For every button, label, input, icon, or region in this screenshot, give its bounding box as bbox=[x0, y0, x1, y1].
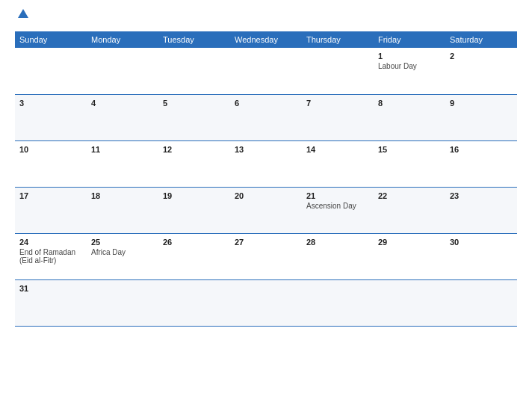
day-number: 22 bbox=[378, 191, 441, 200]
event-label: End of Ramadan (Eid al-Fitr) bbox=[19, 248, 82, 265]
calendar-day-cell: 11 bbox=[87, 140, 158, 187]
day-number: 25 bbox=[91, 238, 154, 247]
day-number: 19 bbox=[163, 191, 226, 200]
calendar-week-row: 31 bbox=[15, 279, 517, 326]
day-of-week-header: Sunday bbox=[15, 31, 87, 48]
calendar-day-cell bbox=[158, 279, 230, 326]
day-number: 9 bbox=[450, 99, 513, 108]
calendar-day-cell: 23 bbox=[445, 187, 517, 233]
calendar-day-cell: 27 bbox=[230, 233, 302, 279]
calendar-day-cell: 7 bbox=[302, 94, 374, 140]
calendar-day-cell: 25Africa Day bbox=[87, 233, 158, 279]
calendar-day-cell: 13 bbox=[230, 140, 302, 187]
calendar-day-cell bbox=[87, 279, 158, 326]
calendar-day-cell: 31 bbox=[15, 279, 87, 326]
calendar-day-cell: 10 bbox=[15, 140, 87, 187]
day-number: 12 bbox=[163, 145, 226, 154]
calendar-day-cell bbox=[302, 48, 374, 94]
day-number: 30 bbox=[450, 238, 513, 247]
calendar-day-cell: 28 bbox=[302, 233, 374, 279]
day-number: 26 bbox=[163, 238, 226, 247]
day-number: 23 bbox=[450, 191, 513, 200]
calendar-day-cell bbox=[374, 279, 445, 326]
calendar-day-cell bbox=[87, 48, 158, 94]
day-number: 28 bbox=[306, 238, 369, 247]
day-of-week-header: Friday bbox=[374, 31, 445, 48]
day-number: 24 bbox=[19, 238, 82, 247]
calendar-day-cell: 18 bbox=[87, 187, 158, 233]
day-number: 16 bbox=[450, 145, 513, 154]
calendar-day-cell bbox=[302, 279, 374, 326]
day-number: 27 bbox=[235, 238, 297, 247]
event-label: Ascension Day bbox=[306, 202, 369, 210]
day-number: 20 bbox=[235, 191, 297, 200]
calendar-day-cell: 22 bbox=[374, 187, 445, 233]
day-number: 2 bbox=[450, 52, 513, 61]
calendar-day-cell: 29 bbox=[374, 233, 445, 279]
day-number: 7 bbox=[306, 99, 369, 108]
calendar-day-cell bbox=[230, 279, 302, 326]
calendar-body: 1Labour Day23456789101112131415161718192… bbox=[15, 48, 517, 326]
calendar-day-cell bbox=[445, 279, 517, 326]
day-number: 17 bbox=[19, 191, 82, 200]
day-of-week-header: Tuesday bbox=[158, 31, 230, 48]
calendar-week-row: 10111213141516 bbox=[15, 140, 517, 187]
day-number: 29 bbox=[378, 238, 441, 247]
calendar-day-cell: 20 bbox=[230, 187, 302, 233]
day-of-week-header: Wednesday bbox=[230, 31, 302, 48]
calendar-day-cell: 16 bbox=[445, 140, 517, 187]
day-of-week-header: Monday bbox=[87, 31, 158, 48]
event-label: Labour Day bbox=[378, 62, 441, 70]
calendar-day-cell: 4 bbox=[87, 94, 158, 140]
calendar-day-cell: 12 bbox=[158, 140, 230, 187]
calendar-day-cell: 15 bbox=[374, 140, 445, 187]
day-number: 11 bbox=[91, 145, 154, 154]
day-number: 31 bbox=[19, 284, 82, 293]
day-of-week-header: Saturday bbox=[445, 31, 517, 48]
calendar-day-cell: 9 bbox=[445, 94, 517, 140]
calendar-header-row: SundayMondayTuesdayWednesdayThursdayFrid… bbox=[15, 31, 517, 48]
calendar-day-cell: 24End of Ramadan (Eid al-Fitr) bbox=[15, 233, 87, 279]
calendar-day-cell bbox=[15, 48, 87, 94]
calendar-day-cell: 19 bbox=[158, 187, 230, 233]
calendar-day-cell: 30 bbox=[445, 233, 517, 279]
day-number: 1 bbox=[378, 52, 441, 61]
calendar-header bbox=[15, 15, 517, 28]
day-number: 5 bbox=[163, 99, 226, 108]
calendar-week-row: 1Labour Day2 bbox=[15, 48, 517, 94]
calendar-day-cell: 1Labour Day bbox=[374, 48, 445, 94]
day-number: 21 bbox=[306, 191, 369, 200]
calendar-day-cell: 3 bbox=[15, 94, 87, 140]
calendar-day-cell: 2 bbox=[445, 48, 517, 94]
calendar-day-cell bbox=[158, 48, 230, 94]
day-number: 14 bbox=[306, 145, 369, 154]
calendar-day-cell: 8 bbox=[374, 94, 445, 140]
day-number: 8 bbox=[378, 99, 441, 108]
day-number: 18 bbox=[91, 191, 154, 200]
day-number: 6 bbox=[235, 99, 297, 108]
calendar-week-row: 3456789 bbox=[15, 94, 517, 140]
day-number: 4 bbox=[91, 99, 154, 108]
calendar-day-cell: 14 bbox=[302, 140, 374, 187]
calendar-day-cell: 26 bbox=[158, 233, 230, 279]
day-of-week-header: Thursday bbox=[302, 31, 374, 48]
calendar-week-row: 24End of Ramadan (Eid al-Fitr)25Africa D… bbox=[15, 233, 517, 279]
calendar-day-cell: 6 bbox=[230, 94, 302, 140]
calendar-table: SundayMondayTuesdayWednesdayThursdayFrid… bbox=[15, 31, 517, 327]
day-number: 15 bbox=[378, 145, 441, 154]
event-label: Africa Day bbox=[91, 248, 154, 256]
calendar-day-cell: 17 bbox=[15, 187, 87, 233]
day-number: 3 bbox=[19, 99, 82, 108]
day-number: 13 bbox=[235, 145, 297, 154]
calendar-day-cell: 21Ascension Day bbox=[302, 187, 374, 233]
calendar-week-row: 1718192021Ascension Day2223 bbox=[15, 187, 517, 233]
calendar-day-cell bbox=[230, 48, 302, 94]
day-number: 10 bbox=[19, 145, 82, 154]
calendar-day-cell: 5 bbox=[158, 94, 230, 140]
